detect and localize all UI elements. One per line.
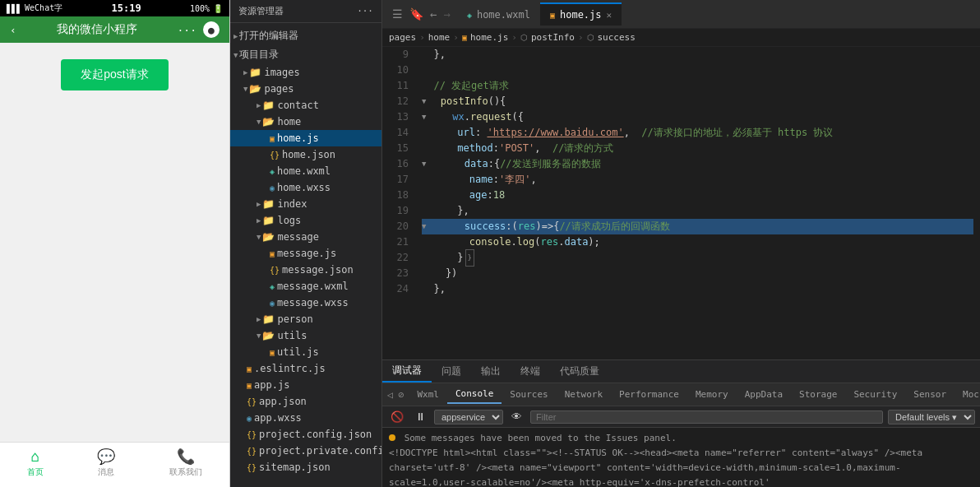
- code-line-18[interactable]: age:18: [422, 188, 973, 203]
- code-line-19[interactable]: },: [422, 203, 973, 219]
- file-message-wxss[interactable]: ◉ message.wxss: [230, 295, 381, 311]
- section-project[interactable]: ▼ 项目目录: [230, 45, 381, 64]
- console-level-select[interactable]: Default levels ▾: [888, 410, 975, 424]
- file-message-wxml[interactable]: ◈ message.wxml: [230, 278, 381, 295]
- breadcrumb-homejs[interactable]: home.js: [470, 32, 508, 43]
- devtools-stop-icon[interactable]: ⊘: [398, 389, 404, 401]
- breadcrumb-pages[interactable]: pages: [389, 32, 416, 43]
- breadcrumb-success[interactable]: success: [598, 32, 636, 43]
- code-line-21[interactable]: console.log(res.data);: [422, 234, 973, 250]
- folder-pages[interactable]: ▼ 📂 pages: [230, 81, 381, 97]
- sidebar-toggle-icon[interactable]: ☰: [389, 7, 406, 21]
- code-line-20[interactable]: ▼ success:(res)=>{//请求成功后的回调函数: [422, 219, 973, 234]
- console-eye-icon[interactable]: 👁: [508, 409, 525, 424]
- file-app-js[interactable]: ▣ app.js: [230, 377, 381, 393]
- console-clear-icon[interactable]: 🚫: [387, 409, 407, 424]
- code-line-12[interactable]: ▼ postInfo(){: [422, 94, 973, 109]
- folder-index[interactable]: ▶ 📁 index: [230, 196, 381, 212]
- dots-icon[interactable]: ···: [178, 24, 196, 36]
- more-options-icon[interactable]: ···: [357, 6, 373, 16]
- file-home-json[interactable]: {} home.json: [230, 146, 381, 163]
- collapse-icon[interactable]: ▼: [422, 94, 426, 109]
- breadcrumb-postinfo[interactable]: postInfo: [531, 32, 575, 43]
- nav-forward-icon[interactable]: →: [440, 7, 453, 21]
- tab-home-wxml[interactable]: ◈ home.wxml: [457, 2, 540, 26]
- warning-dot: [389, 434, 395, 441]
- code-line-16[interactable]: ▼ data:{//发送到服务器的数据: [422, 156, 973, 172]
- tab-terminal[interactable]: 终端: [511, 361, 550, 382]
- file-home-wxml[interactable]: ◈ home.wxml: [230, 163, 381, 179]
- file-homewxss-label: home.wxss: [277, 182, 331, 193]
- code-line-11[interactable]: // 发起get请求: [422, 78, 973, 94]
- devtab-security[interactable]: Security: [845, 386, 905, 403]
- home-icon: ⌂: [30, 448, 39, 465]
- section-open-editors[interactable]: ▶ 打开的编辑器: [230, 26, 381, 45]
- folder-images[interactable]: ▶ 📁 images: [230, 64, 381, 81]
- ln-17: 17: [389, 172, 409, 188]
- bookmark-icon[interactable]: 🔖: [406, 7, 427, 21]
- arrow-icon: ▶: [257, 216, 261, 225]
- tab-output[interactable]: 输出: [471, 361, 511, 382]
- devtab-network[interactable]: Network: [557, 386, 611, 403]
- devtab-mock-label: Mock: [963, 389, 980, 400]
- code-line-10[interactable]: [422, 63, 973, 78]
- code-line-22[interactable]: }}: [422, 250, 973, 266]
- console-service-select[interactable]: appservice: [434, 410, 503, 424]
- console-filter-input[interactable]: [530, 410, 883, 424]
- folder-message[interactable]: ▼ 📂 message: [230, 229, 381, 245]
- file-message-json[interactable]: {} message.json: [230, 262, 381, 278]
- tab-terminal-label: 终端: [520, 365, 540, 377]
- folder-logs[interactable]: ▶ 📁 logs: [230, 212, 381, 229]
- code-line-15[interactable]: method:'POST', //请求的方式: [422, 141, 973, 156]
- file-home-js[interactable]: ▣ home.js: [230, 130, 381, 146]
- collapse-icon[interactable]: ▼: [422, 219, 426, 234]
- wechat-app-title: 我的微信小程序: [57, 22, 137, 37]
- file-sitemap[interactable]: {} sitemap.json: [230, 459, 381, 475]
- console-pause-icon[interactable]: ⏸: [412, 409, 429, 424]
- code-line-24[interactable]: },: [422, 281, 973, 297]
- folder-home[interactable]: ▼ 📂 home: [230, 114, 381, 130]
- file-app-json[interactable]: {} app.json: [230, 393, 381, 410]
- json-file-icon: {}: [247, 397, 257, 406]
- devtools-left-icon[interactable]: ◁: [387, 389, 393, 401]
- code-line-13[interactable]: ▼ wx.request({: [422, 109, 973, 125]
- devtab-memory[interactable]: Memory: [687, 386, 737, 403]
- tab-debugger[interactable]: 调试器: [382, 360, 432, 383]
- file-util-js[interactable]: ▣ util.js: [230, 344, 381, 360]
- tab-home[interactable]: ⌂ 首页: [27, 448, 44, 484]
- file-app-wxss[interactable]: ◉ app.wxss: [230, 410, 381, 426]
- devtab-appdata[interactable]: AppData: [737, 386, 791, 403]
- devtab-storage[interactable]: Storage: [791, 386, 845, 403]
- devtab-performance[interactable]: Performance: [611, 386, 687, 403]
- close-icon[interactable]: ✕: [607, 10, 612, 21]
- tab-contact[interactable]: 📞 联系我们: [169, 448, 202, 484]
- file-home-wxss[interactable]: ◉ home.wxss: [230, 179, 381, 196]
- breadcrumb-home[interactable]: home: [428, 32, 451, 43]
- tab-message[interactable]: 💬 消息: [97, 448, 115, 484]
- folder-utils[interactable]: ▼ 📂 utils: [230, 327, 381, 344]
- folder-contact[interactable]: ▶ 📁 contact: [230, 97, 381, 114]
- tab-issues[interactable]: 问题: [432, 361, 471, 382]
- file-eslintrc[interactable]: ▣ .eslintrc.js: [230, 360, 381, 377]
- file-project-config[interactable]: {} project.config.json: [230, 426, 381, 443]
- code-line-23[interactable]: }): [422, 266, 973, 281]
- devtab-sources-label: Sources: [510, 389, 548, 400]
- devtab-console[interactable]: Console: [447, 385, 502, 404]
- collapse-icon[interactable]: ▼: [422, 156, 426, 172]
- code-line-9[interactable]: },: [422, 47, 973, 63]
- code-line-17[interactable]: name:'李四',: [422, 172, 973, 188]
- tab-code-quality[interactable]: 代码质量: [550, 361, 609, 382]
- code-line-14[interactable]: url: 'https://www.baidu.com', //请求接口的地址，…: [422, 125, 973, 141]
- file-project-private[interactable]: {} project.private.config.js...: [230, 443, 381, 459]
- devtab-wxml[interactable]: Wxml: [409, 386, 447, 403]
- collapse-icon[interactable]: ▼: [422, 109, 426, 125]
- file-message-js[interactable]: ▣ message.js: [230, 245, 381, 262]
- post-request-button[interactable]: 发起post请求: [61, 59, 168, 90]
- tab-home-js[interactable]: ▣ home.js ✕: [540, 2, 622, 26]
- devtab-mock[interactable]: Mock: [955, 386, 980, 403]
- devtab-sources[interactable]: Sources: [502, 386, 556, 403]
- devtab-sensor[interactable]: Sensor: [905, 386, 955, 403]
- folder-icon: 📁: [249, 67, 261, 78]
- nav-back-icon[interactable]: ←: [427, 7, 440, 21]
- folder-person[interactable]: ▶ 📁 person: [230, 311, 381, 327]
